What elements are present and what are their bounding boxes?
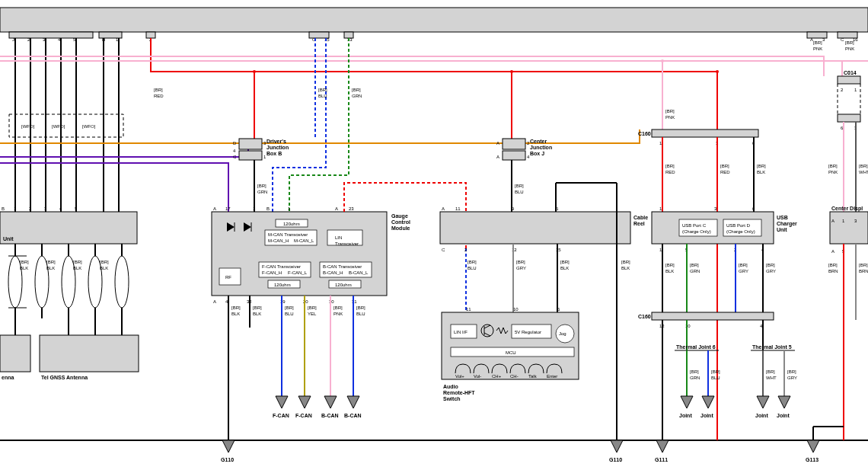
svg-rect-173 (652, 129, 758, 137)
svg-text:Joint: Joint (679, 413, 692, 418)
lbl-pnk-a3: [BR]PNK (813, 40, 822, 51)
svg-text:G110: G110 (221, 457, 234, 462)
arrow-joint-5a: Joint (755, 396, 769, 418)
svg-text:Vol+: Vol+ (455, 374, 464, 379)
svg-text:D: D (233, 141, 237, 145)
svg-text:F-CAN: F-CAN (273, 413, 289, 418)
svg-text:120ohm: 120ohm (283, 222, 300, 226)
svg-text:[BR]BRN: [BR]BRN (859, 263, 868, 273)
svg-text:6: 6 (557, 307, 560, 312)
c014: C014 2 1 6 3 (838, 70, 860, 130)
svg-text:[BR]BLK: [BR]BLK (73, 260, 82, 270)
svg-marker-129 (324, 396, 337, 408)
svg-rect-28 (239, 151, 262, 160)
svg-text:G110: G110 (609, 457, 622, 462)
gauge-control-module: GaugeControlModule A 17 1 B 1 A 23 A 4 3… (212, 206, 410, 304)
svg-text:6: 6 (752, 206, 755, 211)
svg-text:MCU: MCU (506, 350, 516, 355)
svg-marker-257 (222, 440, 235, 452)
svg-text:B-CAN_H: B-CAN_H (323, 270, 343, 275)
svg-text:M-CAN Transceiver: M-CAN Transceiver (268, 232, 308, 237)
svg-text:3: 3 (44, 206, 47, 211)
svg-text:2: 2 (29, 206, 32, 211)
svg-point-23 (510, 70, 513, 73)
svg-text:[BR]PNK: [BR]PNK (333, 305, 343, 316)
top-conn-j (9, 32, 93, 38)
wire-purple (0, 148, 248, 157)
svg-text:120ohm: 120ohm (274, 283, 291, 287)
c160-top: C160 1 3 6 (638, 129, 758, 145)
svg-text:[BR]BLK: [BR]BLK (231, 305, 241, 316)
svg-text:[BR]BLK: [BR]BLK (665, 263, 675, 273)
arrow-joint-6b: Joint (700, 396, 714, 418)
svg-text:A: A (831, 249, 834, 254)
svg-text:G111: G111 (655, 457, 668, 462)
svg-text:[BR]GRN: [BR]GRN (690, 263, 700, 273)
svg-text:[BR]BLU: [BR]BLU (285, 305, 294, 316)
lbl-red-top: [BR]RED (154, 88, 164, 98)
svg-text:C: C (233, 155, 237, 159)
svg-text:GaugeControlModule: GaugeControlModule (391, 213, 410, 231)
bus-bar (0, 8, 868, 32)
svg-text:Vol-: Vol- (474, 374, 481, 379)
svg-text:B: B (266, 206, 270, 211)
ground-g110b: G110 (609, 440, 623, 462)
ground-g113: G113 (806, 440, 819, 462)
svg-text:CenterJunctionBox J: CenterJunctionBox J (530, 139, 552, 156)
svg-text:A: A (831, 219, 834, 223)
svg-text:5: 5 (75, 206, 78, 211)
top-conn-c (309, 32, 329, 38)
svg-text:17: 17 (225, 206, 231, 211)
svg-text:M-CAN_H: M-CAN_H (268, 238, 289, 243)
svg-marker-218 (681, 396, 693, 408)
svg-text:11: 11 (466, 307, 471, 312)
lbl-blu-cjb: [BR]BLU (515, 184, 524, 194)
svg-text:A: A (335, 206, 338, 211)
svg-text:[BR]BRN: [BR]BRN (828, 263, 838, 273)
svg-text:[BR]BLK: [BR]BLK (560, 260, 570, 270)
arrow-joint-6a: Joint (679, 396, 693, 418)
svg-text:F-CAN_H: F-CAN_H (262, 270, 282, 275)
lbl-pnk-c16: [BR]PNK (845, 40, 854, 51)
svg-text:2: 2 (841, 88, 844, 92)
svg-rect-42 (0, 212, 137, 244)
lbl-grn-33: [BR]GRN (352, 88, 362, 98)
svg-text:1: 1 (14, 206, 17, 211)
svg-text:[BR]BLK: [BR]BLK (100, 260, 109, 270)
svg-text:5V Regulator: 5V Regulator (515, 330, 541, 334)
svg-text:4: 4 (59, 206, 62, 211)
svg-text:C160: C160 (638, 314, 651, 319)
lbl-pnk-c160: [BR]PNK (665, 109, 675, 120)
svg-text:M-CAN_L: M-CAN_L (294, 238, 314, 243)
svg-text:[BR]WHT: [BR]WHT (766, 369, 777, 380)
svg-text:C: C (442, 248, 445, 252)
svg-point-25 (661, 59, 664, 62)
wfo-lbl3: [WFO] (82, 124, 96, 129)
svg-text:[BR]BLK: [BR]BLK (46, 260, 56, 270)
svg-text:[BR]BLK: [BR]BLK (757, 164, 766, 174)
svg-point-56 (115, 256, 129, 308)
svg-text:[BR]BLU: [BR]BLU (356, 305, 365, 316)
usb-charger-unit: USBChargerUnit USB Port C(Charge Only) U… (652, 206, 797, 252)
svg-text:[BR]RED: [BR]RED (720, 164, 730, 174)
arrow-bcan1: B-CAN (321, 396, 339, 418)
center-display: Center Displ A 1 3 A 5 (830, 206, 868, 254)
audio-remote-hft: AudioRemote-HFTSwitch 11 10 6 LIN I/F 5V… (442, 307, 579, 401)
unit-cables: [BR]BLK [BR]BLK [BR]BLK [BR]BLK (8, 256, 129, 308)
thermal-joint-5: Thermal Joint 5 [BR]WHT [BR]GRY (751, 320, 797, 396)
svg-text:Thermal Joint 5: Thermal Joint 5 (752, 344, 792, 350)
ground-g110a: G110 (221, 440, 235, 462)
top-conn-h (99, 32, 122, 38)
svg-text:10: 10 (513, 307, 519, 312)
svg-rect-234 (838, 114, 860, 122)
svg-text:[BR]BLK: [BR]BLK (20, 260, 29, 270)
antenna-lbl: enna (2, 375, 14, 380)
svg-text:Unit: Unit (3, 236, 14, 241)
svg-point-24 (716, 70, 719, 73)
svg-text:F-CAN: F-CAN (295, 413, 312, 418)
svg-text:Jog: Jog (559, 331, 566, 336)
svg-marker-131 (347, 396, 359, 408)
wfo-lbl2: [WFO] (52, 124, 65, 129)
tel-gnss-antenna (40, 335, 139, 372)
wfo-lbl1: [WFO] (21, 124, 35, 129)
